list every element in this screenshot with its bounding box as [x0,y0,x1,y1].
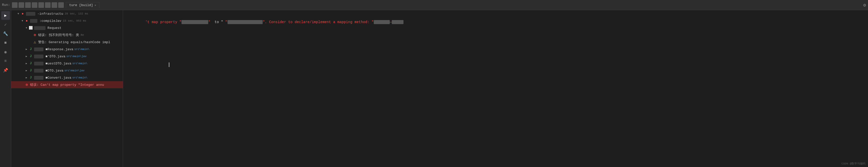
blurred-method [374,20,390,24]
row-text: -infrastructu [26,12,63,16]
error-icon: ● [20,11,25,16]
icon-box-7[interactable] [52,2,57,8]
blurred [34,62,43,65]
build-tab[interactable]: ture [build] ✕ [66,2,99,8]
row-text: 错误: Can't map property "Integer annu [30,82,104,87]
expand-icon[interactable]: ▼ [16,12,20,16]
expand-icon[interactable]: ▼ [24,26,29,30]
tree-row[interactable]: ⚠ 警告: Generating equals/hashCode impl [11,39,123,46]
icon-box-1[interactable] [12,2,18,8]
main-layout: ▶ ✓ 🔧 ■ ◉ ≡ 📌 ▼ ● -infrastructu 28 sec, … [0,10,868,167]
error-prefix: 't map property " " to " " ". Consider t… [145,20,403,24]
tab-close-icon[interactable]: ✕ [95,4,96,7]
expand-icon[interactable]: ▶ [24,69,29,73]
tab-label: ture [build] [69,3,93,7]
row-text: ■Response.java [34,47,73,51]
main-content: 't map property " " to " " ". Consider t… [123,10,868,167]
blurred [34,47,43,51]
tree-row[interactable]: ▼ ● :compileJav 15 sec, 953 ms [11,17,123,24]
expand-icon[interactable]: ▶ [24,76,29,80]
tree-row[interactable]: ▶ J ■Response.java src\main\ [11,46,123,53]
expand-icon[interactable]: ▶ [24,61,29,65]
attribution-text: CSDN @数学与编码 [841,162,865,165]
error-message: 't map property " " to " " ". Consider t… [128,13,863,32]
blurred [34,69,43,73]
blurred [34,26,45,30]
top-bar-icons [12,2,64,8]
tree-container[interactable]: ▼ ● -infrastructu 28 sec, 132 ms ▼ ● [11,10,123,167]
icon-box-2[interactable] [19,2,24,8]
sidebar-icon-pin[interactable]: 📌 [1,66,10,75]
row-path: src\main\jav [64,69,85,72]
java-file-icon: J [29,54,33,59]
blurred [34,76,43,80]
row-text: Request [34,26,61,30]
blurred-prefix [26,12,35,16]
expand-icon[interactable]: ▶ [24,47,29,51]
sidebar-icon-stop[interactable]: ■ [1,39,10,47]
cursor-line [169,62,863,67]
java-file-icon: J [29,61,33,66]
settings-icon[interactable]: ⚙ [863,3,866,8]
text-cursor [169,62,169,67]
blurred-property-name [182,20,208,24]
row-path: src\main\ [72,76,87,79]
sidebar-icons: ▶ ✓ 🔧 ■ ◉ ≡ 📌 [0,10,11,167]
row-path: src\main\jav [66,55,87,58]
module-icon: ⬜ [29,26,33,30]
expand-icon[interactable]: ▶ [24,54,29,58]
run-label: Run: [2,3,10,7]
sidebar-icon-wrench[interactable]: 🔧 [1,29,10,38]
sidebar-icon-check[interactable]: ✓ [1,20,10,29]
row-text: 警告: Generating equals/hashCode impl [38,40,110,44]
java-file-icon: J [29,47,33,52]
blurred-trailing [392,20,403,24]
row-text: ■DTO.java [34,69,63,73]
tree-row[interactable]: ▶ J ■Convert.java src\main\ [11,74,123,81]
tree-row[interactable]: ▶ J ■'DTO.java src\main\jav [11,53,123,60]
error-icon: ● [24,19,29,23]
row-text: ■'DTO.java [34,55,65,58]
tree-row[interactable]: ⊗ 错误: 找不到符号符号: 类 Re [11,31,123,39]
top-bar: Run: ture [build] ✕ ⚙ [0,0,868,10]
tree-row[interactable]: ▶ J ■uestDTO.java src\main\ [11,60,123,67]
icon-box-8[interactable] [58,2,64,8]
sidebar-icon-list[interactable]: ≡ [1,57,10,65]
error-icon: ⊗ [24,82,29,87]
warning-icon: ⚠ [33,40,37,44]
icon-box-3[interactable] [25,2,31,8]
sidebar-icon-play[interactable]: ▶ [1,11,10,20]
row-meta: Re [81,34,84,37]
error-icon: ⊗ [33,33,37,37]
editor-area[interactable]: 't map property " " to " " ". Consider t… [123,10,868,167]
row-text: ■uestDTO.java [34,62,71,65]
tree-row[interactable]: ▼ ⬜ Request [11,24,123,31]
row-text: ■Convert.java [34,76,71,80]
expand-icon[interactable]: ▼ [20,19,24,23]
icon-box-4[interactable] [32,2,37,8]
row-text: :compileJav [30,19,61,23]
sidebar-icon-eye[interactable]: ◉ [1,48,10,56]
error-trailing: — [390,20,392,24]
row-path: src\main\ [74,48,89,51]
tree-row[interactable]: ▶ J ■DTO.java src\main\jav [11,67,123,74]
blurred [34,55,43,58]
left-panel: ▼ ● -infrastructu 28 sec, 132 ms ▼ ● [11,10,123,167]
java-file-icon: J [29,68,33,73]
top-bar-right: ⚙ [863,2,866,8]
row-text: 错误: 找不到符号符号: 类 [38,33,79,37]
row-meta: 15 sec, 953 ms [63,19,86,22]
tree-row-selected-error[interactable]: ⊗ 错误: Can't map property "Integer annu [11,81,123,88]
row-meta: 28 sec, 132 ms [65,12,88,15]
tree-row[interactable]: ▼ ● -infrastructu 28 sec, 132 ms [11,10,123,17]
java-file-icon: J [29,75,33,80]
icon-box-6[interactable] [45,2,51,8]
icon-box-5[interactable] [38,2,44,8]
blurred-type [227,20,262,24]
blurred [30,19,37,23]
row-path: src\main\ [72,62,87,65]
